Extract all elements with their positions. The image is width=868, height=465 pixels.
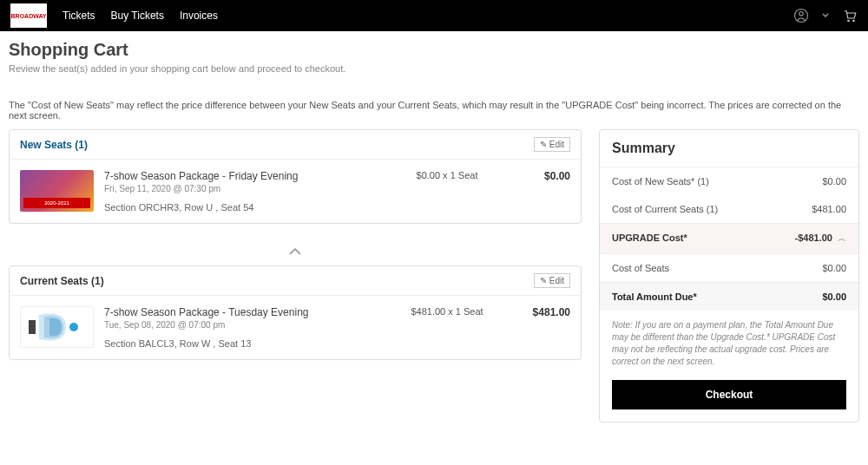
item-date: Fri, Sep 11, 2020 @ 07:30 pm bbox=[104, 184, 385, 193]
top-nav: BROADWAY Tickets Buy Tickets Invoices bbox=[0, 0, 868, 31]
page-title: Shopping Cart bbox=[9, 40, 859, 60]
chevron-down-icon[interactable] bbox=[821, 11, 830, 20]
summary-total-value: $0.00 bbox=[822, 291, 846, 302]
current-seats-title: Current Seats (1) bbox=[20, 275, 104, 287]
nav-tickets[interactable]: Tickets bbox=[62, 10, 95, 22]
new-seats-title: New Seats (1) bbox=[20, 139, 88, 151]
summary-seats-label: Cost of Seats bbox=[612, 263, 669, 273]
summary-total-label: Total Amount Due* bbox=[612, 291, 697, 302]
summary-current-value: $481.00 bbox=[812, 204, 846, 214]
item-total: $0.00 bbox=[510, 170, 570, 213]
account-icon[interactable] bbox=[793, 8, 809, 23]
current-seat-item: 7-show Season Package - Tuesday Evening … bbox=[10, 296, 581, 359]
edit-current-seats-button[interactable]: ✎Edit bbox=[534, 273, 570, 288]
summary-upgrade-label: UPGRADE Cost* bbox=[612, 232, 687, 245]
new-seat-item: 2020-2021 7-show Season Package - Friday… bbox=[10, 160, 581, 223]
summary-title: Summary bbox=[600, 130, 858, 167]
summary-upgrade-value: -$481.00 bbox=[795, 232, 832, 243]
checkout-button[interactable]: Checkout bbox=[612, 380, 846, 409]
item-name: 7-show Season Package - Tuesday Evening bbox=[104, 306, 385, 318]
nav-invoices[interactable]: Invoices bbox=[180, 10, 218, 22]
chevron-up-icon[interactable] bbox=[9, 239, 582, 265]
summary-note: Note: If you are on a payment plan, the … bbox=[600, 311, 858, 377]
seatmap-thumbnail bbox=[20, 306, 94, 348]
logo[interactable]: BROADWAY bbox=[10, 3, 47, 28]
new-seats-card: New Seats (1) ✎Edit 2020-2021 7-show Sea… bbox=[9, 129, 582, 224]
svg-point-1 bbox=[799, 12, 804, 16]
edit-new-seats-button[interactable]: ✎Edit bbox=[534, 137, 570, 152]
item-total: $481.00 bbox=[510, 306, 570, 349]
item-price-each: $481.00 x 1 Seat bbox=[395, 306, 499, 349]
svg-point-2 bbox=[848, 20, 850, 22]
summary-new-label: Cost of New Seats* (1) bbox=[612, 176, 709, 187]
pencil-icon: ✎ bbox=[540, 140, 547, 149]
item-name: 7-show Season Package - Friday Evening bbox=[104, 170, 385, 182]
item-section: Section ORCHR3, Row U , Seat 54 bbox=[104, 202, 385, 213]
summary-card: Summary Cost of New Seats* (1)$0.00 Cost… bbox=[599, 129, 859, 422]
chevron-up-icon[interactable]: ︿ bbox=[838, 233, 846, 243]
current-seats-card: Current Seats (1) ✎Edit 7-show Season Pa… bbox=[9, 265, 582, 360]
item-price-each: $0.00 x 1 Seat bbox=[395, 170, 499, 213]
summary-new-value: $0.00 bbox=[822, 176, 846, 187]
svg-point-3 bbox=[853, 20, 855, 22]
nav-buy-tickets[interactable]: Buy Tickets bbox=[111, 10, 164, 22]
summary-seats-value: $0.00 bbox=[822, 263, 846, 273]
page-subtitle: Review the seat(s) added in your shoppin… bbox=[9, 63, 859, 74]
cart-icon[interactable] bbox=[842, 8, 858, 23]
show-thumbnail: 2020-2021 bbox=[20, 170, 94, 212]
pencil-icon: ✎ bbox=[540, 276, 547, 285]
svg-point-5 bbox=[69, 323, 78, 331]
svg-rect-4 bbox=[29, 320, 36, 334]
item-section: Section BALCL3, Row W , Seat 13 bbox=[104, 338, 385, 349]
item-date: Tue, Sep 08, 2020 @ 07:00 pm bbox=[104, 320, 385, 330]
price-notice: The "Cost of New Seats" may reflect the … bbox=[9, 100, 859, 121]
summary-current-label: Cost of Current Seats (1) bbox=[612, 204, 718, 214]
